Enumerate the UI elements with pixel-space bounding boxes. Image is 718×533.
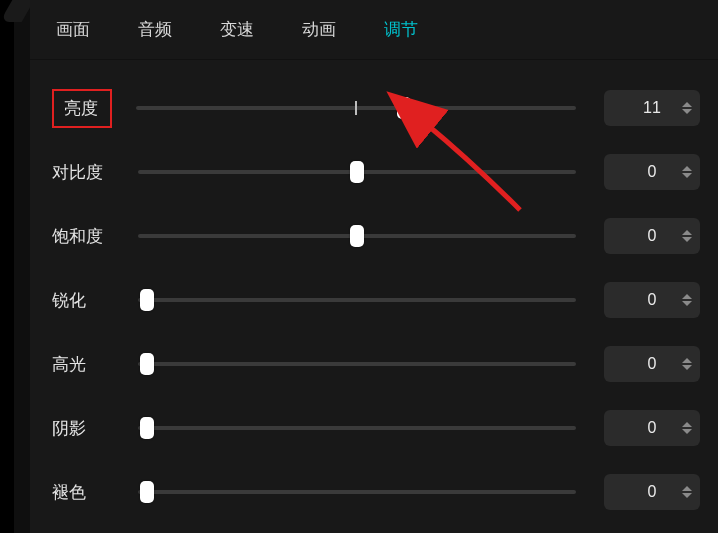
- slider-thumb-brightness[interactable]: [397, 97, 411, 119]
- slider-track: [138, 426, 576, 430]
- value-box-sharpen[interactable]: 0: [604, 282, 700, 318]
- label-brightness: 亮度: [52, 89, 112, 128]
- stepper-up-icon[interactable]: [682, 230, 692, 235]
- stepper-brightness: [682, 92, 696, 124]
- adjust-panel: 画面 音频 变速 动画 调节 亮度 11: [30, 0, 718, 533]
- tab-adjust[interactable]: 调节: [384, 18, 418, 41]
- value-fade: 0: [648, 483, 657, 501]
- stepper-up-icon[interactable]: [682, 102, 692, 107]
- value-brightness: 11: [643, 99, 661, 117]
- row-fade: 褪色 0: [52, 460, 700, 524]
- stepper-fade: [682, 476, 696, 508]
- app-root: 画面 音频 变速 动画 调节 亮度 11: [0, 0, 718, 533]
- label-fade: 褪色: [52, 481, 138, 504]
- slider-track: [138, 362, 576, 366]
- tab-bar: 画面 音频 变速 动画 调节: [30, 0, 718, 60]
- tab-picture[interactable]: 画面: [56, 18, 90, 41]
- value-box-highlight[interactable]: 0: [604, 346, 700, 382]
- slider-track: [138, 298, 576, 302]
- stepper-up-icon[interactable]: [682, 422, 692, 427]
- slider-thumb-contrast[interactable]: [350, 161, 364, 183]
- slider-contrast[interactable]: [138, 163, 576, 181]
- value-box-fade[interactable]: 0: [604, 474, 700, 510]
- value-box-brightness[interactable]: 11: [604, 90, 700, 126]
- stepper-shadow: [682, 412, 696, 444]
- slider-center-tick: [355, 101, 357, 115]
- slider-thumb-fade[interactable]: [140, 481, 154, 503]
- stepper-saturation: [682, 220, 696, 252]
- left-edge-strip: [0, 0, 14, 533]
- slider-thumb-highlight[interactable]: [140, 353, 154, 375]
- slider-thumb-sharpen[interactable]: [140, 289, 154, 311]
- stepper-up-icon[interactable]: [682, 294, 692, 299]
- slider-track: [138, 490, 576, 494]
- label-shadow: 阴影: [52, 417, 138, 440]
- label-highlight: 高光: [52, 353, 138, 376]
- stepper-up-icon[interactable]: [682, 486, 692, 491]
- stepper-up-icon[interactable]: [682, 166, 692, 171]
- value-box-contrast[interactable]: 0: [604, 154, 700, 190]
- row-contrast: 对比度 0: [52, 140, 700, 204]
- stepper-highlight: [682, 348, 696, 380]
- slider-saturation[interactable]: [138, 227, 576, 245]
- slider-brightness[interactable]: [136, 99, 576, 117]
- stepper-up-icon[interactable]: [682, 358, 692, 363]
- row-saturation: 饱和度 0: [52, 204, 700, 268]
- value-saturation: 0: [648, 227, 657, 245]
- label-contrast: 对比度: [52, 161, 138, 184]
- slider-fade[interactable]: [138, 483, 576, 501]
- row-shadow: 阴影 0: [52, 396, 700, 460]
- stepper-down-icon[interactable]: [682, 429, 692, 434]
- slider-highlight[interactable]: [138, 355, 576, 373]
- row-brightness: 亮度 11: [52, 76, 700, 140]
- value-box-shadow[interactable]: 0: [604, 410, 700, 446]
- stepper-contrast: [682, 156, 696, 188]
- tab-animation[interactable]: 动画: [302, 18, 336, 41]
- stepper-down-icon[interactable]: [682, 493, 692, 498]
- slider-shadow[interactable]: [138, 419, 576, 437]
- value-highlight: 0: [648, 355, 657, 373]
- row-sharpen: 锐化 0: [52, 268, 700, 332]
- value-box-saturation[interactable]: 0: [604, 218, 700, 254]
- tab-audio[interactable]: 音频: [138, 18, 172, 41]
- value-contrast: 0: [648, 163, 657, 181]
- stepper-down-icon[interactable]: [682, 109, 692, 114]
- stepper-down-icon[interactable]: [682, 365, 692, 370]
- stepper-down-icon[interactable]: [682, 237, 692, 242]
- label-saturation: 饱和度: [52, 225, 138, 248]
- slider-thumb-shadow[interactable]: [140, 417, 154, 439]
- slider-sharpen[interactable]: [138, 291, 576, 309]
- label-sharpen: 锐化: [52, 289, 138, 312]
- value-sharpen: 0: [648, 291, 657, 309]
- stepper-down-icon[interactable]: [682, 301, 692, 306]
- slider-rows: 亮度 11 对比度: [30, 60, 718, 524]
- stepper-down-icon[interactable]: [682, 173, 692, 178]
- row-highlight: 高光 0: [52, 332, 700, 396]
- value-shadow: 0: [648, 419, 657, 437]
- tab-speed[interactable]: 变速: [220, 18, 254, 41]
- stepper-sharpen: [682, 284, 696, 316]
- slider-thumb-saturation[interactable]: [350, 225, 364, 247]
